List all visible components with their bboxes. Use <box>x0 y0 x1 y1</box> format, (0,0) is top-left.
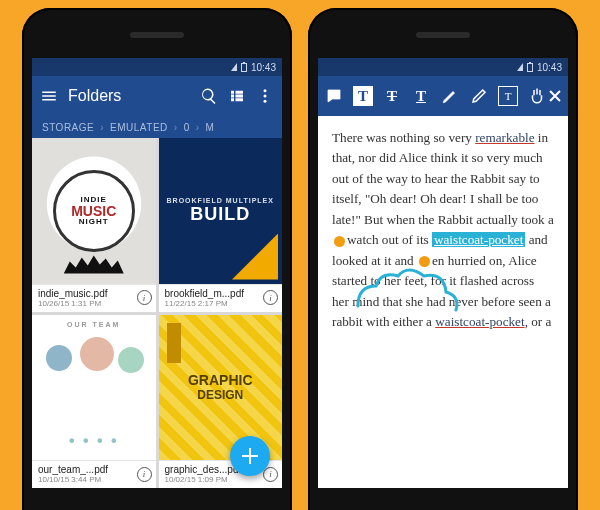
status-time: 10:43 <box>537 62 562 73</box>
reader-text: , or a <box>525 314 552 329</box>
battery-icon <box>527 63 533 72</box>
status-time: 10:43 <box>251 62 276 73</box>
svg-point-2 <box>264 100 267 103</box>
screen-folders: 10:43 Folders STORAGE › EMULATED › 0 <box>32 58 282 488</box>
thumb-text: GRAPHIC <box>188 372 253 388</box>
file-date: 10/02/15 1:09 PM <box>165 475 260 484</box>
signal-icon <box>231 63 237 71</box>
info-icon[interactable] <box>137 290 152 305</box>
file-name: brookfield_m...pdf <box>165 288 260 299</box>
reader-content[interactable]: There was nothing so very remarkable in … <box>318 116 568 488</box>
pen-tool[interactable] <box>440 86 460 106</box>
app-title: Folders <box>68 87 121 105</box>
breadcrumb-item[interactable]: STORAGE <box>42 122 94 133</box>
underlined-word: remarkable <box>475 130 534 145</box>
underline-tool[interactable]: T <box>411 86 431 106</box>
svg-point-0 <box>264 89 267 92</box>
thumb-text: DESIGN <box>188 388 253 402</box>
close-icon[interactable] <box>547 86 562 106</box>
file-date: 10/10/15 3:44 PM <box>38 475 133 484</box>
thumb-text: MUSIC <box>71 204 116 218</box>
info-icon[interactable] <box>263 290 278 305</box>
comment-icon[interactable] <box>324 86 344 106</box>
file-card[interactable]: BROOKFIELD MULTIPLEX BUILD brookfield_m.… <box>159 138 283 312</box>
file-card[interactable]: OUR TEAM • • • • our_team_...pdf 10/10/1… <box>32 315 156 489</box>
overflow-icon[interactable] <box>256 87 274 105</box>
thumb-text: NIGHT <box>71 218 116 226</box>
thumb-text: BUILD <box>190 204 250 225</box>
phone-frame-right: 10:43 T T T T <box>308 8 578 510</box>
file-grid: INDIE MUSIC NIGHT indie_music.pdf 10/26/… <box>32 138 282 488</box>
highlighted-word[interactable]: waistcoat-pocket <box>432 232 525 247</box>
phone-speaker <box>130 32 184 38</box>
annotation-toolbar: T T T T <box>318 76 568 116</box>
chevron-right-icon: › <box>174 122 178 133</box>
thumb-text: OUR TEAM <box>67 321 120 328</box>
file-name: indie_music.pdf <box>38 288 133 299</box>
pan-tool-icon[interactable] <box>527 86 547 106</box>
reader-text: There was nothing so very <box>332 130 475 145</box>
status-bar: 10:43 <box>32 58 282 76</box>
reader-text: watch out of its <box>347 232 432 247</box>
breadcrumb-item[interactable]: EMULATED <box>110 122 168 133</box>
file-thumbnail: GRAPHIC DESIGN <box>159 315 283 461</box>
screen-reader: 10:43 T T T T <box>318 58 568 488</box>
phone-speaker <box>416 32 470 38</box>
breadcrumb: STORAGE › EMULATED › 0 › M <box>32 116 282 138</box>
battery-icon <box>241 63 247 72</box>
file-name: our_team_...pdf <box>38 464 133 475</box>
strikethrough-tool[interactable]: T <box>382 86 402 106</box>
file-date: 10/26/15 1:31 PM <box>38 299 133 308</box>
signal-icon <box>517 63 523 71</box>
file-thumbnail: INDIE MUSIC NIGHT <box>32 138 156 284</box>
search-icon[interactable] <box>200 87 218 105</box>
underlined-word: waistcoat-pocket <box>435 314 524 329</box>
ink-tool[interactable] <box>469 86 489 106</box>
textbox-tool[interactable]: T <box>498 86 518 106</box>
info-icon[interactable] <box>137 467 152 482</box>
breadcrumb-item[interactable]: 0 <box>184 122 190 133</box>
annotation-dot[interactable] <box>419 256 430 267</box>
chevron-right-icon: › <box>196 122 200 133</box>
svg-point-1 <box>264 95 267 98</box>
thumb-text: BROOKFIELD MULTIPLEX <box>167 197 274 204</box>
file-card[interactable]: INDIE MUSIC NIGHT indie_music.pdf 10/26/… <box>32 138 156 312</box>
file-thumbnail: OUR TEAM • • • • <box>32 315 156 461</box>
highlight-tool[interactable]: T <box>353 86 373 106</box>
annotation-dot[interactable] <box>334 236 345 247</box>
file-thumbnail: BROOKFIELD MULTIPLEX BUILD <box>159 138 283 284</box>
view-list-icon[interactable] <box>228 87 246 105</box>
hamburger-icon[interactable] <box>40 87 58 105</box>
breadcrumb-item[interactable]: M <box>206 122 215 133</box>
chevron-right-icon: › <box>100 122 104 133</box>
app-bar: Folders <box>32 76 282 116</box>
fab-add-button[interactable] <box>230 436 270 476</box>
file-date: 11/22/15 2:17 PM <box>165 299 260 308</box>
phone-frame-left: 10:43 Folders STORAGE › EMULATED › 0 <box>22 8 292 510</box>
status-bar: 10:43 <box>318 58 568 76</box>
